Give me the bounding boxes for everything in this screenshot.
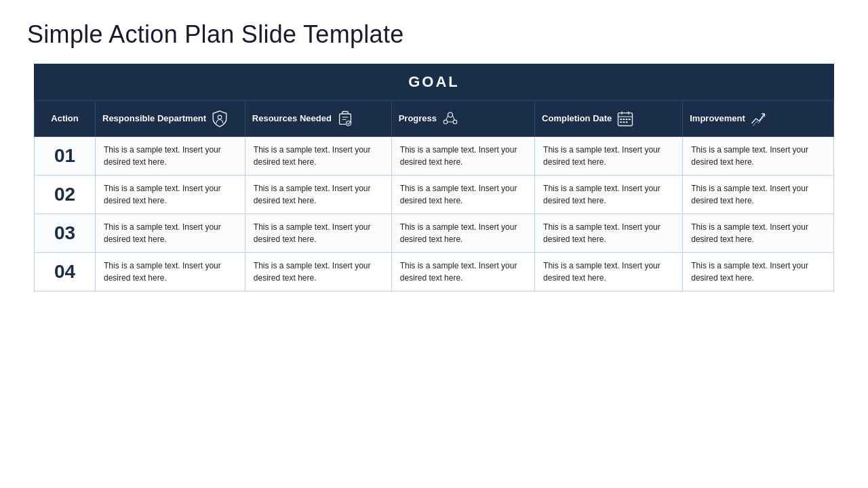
row-1-improvement: This is a sample text. Insert your desir… bbox=[683, 137, 834, 176]
svg-point-7 bbox=[453, 120, 457, 124]
row-3-progress: This is a sample text. Insert your desir… bbox=[391, 214, 534, 253]
col-improvement-label: Improvement bbox=[690, 113, 745, 125]
action-plan-table: Action Responsible Department bbox=[34, 100, 834, 291]
improvement-icon bbox=[749, 109, 768, 128]
row-2-improvement: This is a sample text. Insert your desir… bbox=[683, 176, 834, 214]
row-2-responsible: This is a sample text. Insert your desir… bbox=[96, 176, 245, 214]
svg-rect-20 bbox=[623, 121, 625, 123]
row-1-progress: This is a sample text. Insert your desir… bbox=[391, 137, 534, 176]
resources-icon bbox=[336, 109, 355, 128]
row-2-resources: This is a sample text. Insert your desir… bbox=[245, 176, 391, 214]
row-3-completion: This is a sample text. Insert your desir… bbox=[535, 214, 683, 253]
svg-point-5 bbox=[448, 113, 453, 117]
row-2-num: 02 bbox=[35, 176, 96, 214]
row-4-progress: This is a sample text. Insert your desir… bbox=[391, 253, 534, 291]
row-4-responsible: This is a sample text. Insert your desir… bbox=[96, 253, 245, 291]
row-1-resources: This is a sample text. Insert your desir… bbox=[245, 137, 391, 176]
svg-rect-19 bbox=[620, 121, 623, 123]
col-header-responsible: Responsible Department bbox=[96, 101, 245, 137]
row-4-completion: This is a sample text. Insert your desir… bbox=[535, 253, 683, 291]
row-1-completion: This is a sample text. Insert your desir… bbox=[535, 137, 683, 176]
table-row: 03 This is a sample text. Insert your de… bbox=[35, 214, 834, 253]
row-2-progress: This is a sample text. Insert your desir… bbox=[391, 176, 534, 214]
row-3-improvement: This is a sample text. Insert your desir… bbox=[683, 214, 834, 253]
svg-rect-16 bbox=[623, 119, 625, 120]
svg-rect-15 bbox=[620, 119, 623, 120]
svg-point-6 bbox=[443, 120, 448, 124]
table-wrapper: GOAL Action Responsible Department bbox=[34, 64, 834, 291]
row-1-num: 01 bbox=[35, 137, 96, 176]
col-resources-label: Resources Needed bbox=[252, 113, 332, 125]
col-header-action: Action bbox=[35, 101, 96, 137]
svg-rect-17 bbox=[626, 119, 628, 120]
col-header-improvement: Improvement bbox=[683, 101, 834, 137]
col-header-progress: Progress bbox=[391, 101, 534, 137]
col-header-completion: Completion Date bbox=[535, 101, 683, 137]
svg-rect-18 bbox=[629, 119, 631, 120]
table-row: 04 This is a sample text. Insert your de… bbox=[35, 253, 834, 291]
row-2-completion: This is a sample text. Insert your desir… bbox=[535, 176, 683, 214]
calendar-icon bbox=[616, 109, 635, 128]
svg-line-8 bbox=[446, 116, 448, 120]
table-row: 02 This is a sample text. Insert your de… bbox=[35, 176, 834, 214]
svg-line-9 bbox=[453, 116, 455, 120]
progress-icon bbox=[441, 109, 460, 128]
table-row: 01 This is a sample text. Insert your de… bbox=[35, 137, 834, 176]
row-3-responsible: This is a sample text. Insert your desir… bbox=[96, 214, 245, 253]
row-4-improvement: This is a sample text. Insert your desir… bbox=[683, 253, 834, 291]
row-1-responsible: This is a sample text. Insert your desir… bbox=[96, 137, 245, 176]
col-progress-label: Progress bbox=[399, 113, 437, 125]
row-3-resources: This is a sample text. Insert your desir… bbox=[245, 214, 391, 253]
row-3-num: 03 bbox=[35, 214, 96, 253]
table-header-row: Action Responsible Department bbox=[35, 101, 834, 137]
row-4-resources: This is a sample text. Insert your desir… bbox=[245, 253, 391, 291]
col-header-resources: Resources Needed bbox=[245, 101, 391, 137]
row-4-num: 04 bbox=[35, 253, 96, 291]
shield-icon bbox=[210, 109, 229, 128]
svg-rect-21 bbox=[626, 121, 628, 123]
svg-point-4 bbox=[346, 121, 351, 126]
slide: Simple Action Plan Slide Template GOAL A… bbox=[0, 0, 868, 488]
goal-header: GOAL bbox=[34, 64, 834, 100]
col-completion-label: Completion Date bbox=[542, 113, 612, 125]
col-action-label: Action bbox=[51, 113, 78, 125]
svg-point-0 bbox=[218, 115, 222, 119]
col-responsible-label: Responsible Department bbox=[102, 113, 206, 125]
slide-title: Simple Action Plan Slide Template bbox=[27, 20, 841, 49]
